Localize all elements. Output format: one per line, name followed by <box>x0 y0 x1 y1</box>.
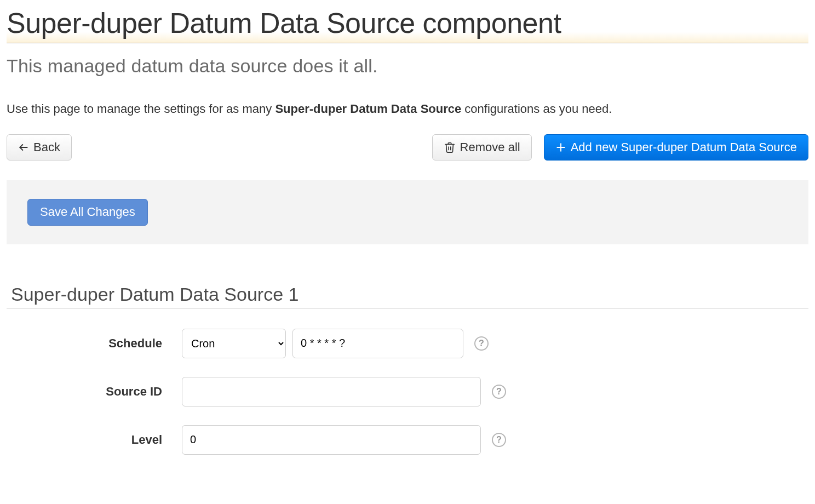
level-row: Level ? <box>7 425 808 455</box>
help-icon[interactable]: ? <box>492 433 506 447</box>
schedule-row: Schedule Cron ? <box>7 329 808 358</box>
save-all-button[interactable]: Save All Changes <box>27 199 148 225</box>
schedule-expression-input[interactable] <box>292 329 463 358</box>
schedule-label: Schedule <box>7 336 182 351</box>
section-title: Super-duper Datum Data Source 1 <box>7 284 808 309</box>
trash-icon <box>444 141 456 153</box>
save-bar: Save All Changes <box>7 180 808 244</box>
plus-icon <box>555 142 566 153</box>
help-icon[interactable]: ? <box>474 336 489 351</box>
instruction-text: Use this page to manage the settings for… <box>7 100 808 118</box>
instruction-suffix: configurations as you need. <box>461 102 612 116</box>
instruction-strong: Super-duper Datum Data Source <box>275 102 461 116</box>
source-id-input[interactable] <box>182 377 481 406</box>
add-new-button-label: Add new Super-duper Datum Data Source <box>571 140 797 154</box>
page-subtitle: This managed datum data source does it a… <box>7 55 808 77</box>
remove-all-button-label: Remove all <box>460 140 520 154</box>
level-label: Level <box>7 433 182 447</box>
arrow-left-icon <box>18 142 29 153</box>
back-button[interactable]: Back <box>7 134 72 161</box>
back-button-label: Back <box>33 140 60 154</box>
schedule-type-select[interactable]: Cron <box>182 329 286 358</box>
action-button-row: Back Remove all Add new Super-duper Datu… <box>7 134 808 161</box>
source-id-label: Source ID <box>7 385 182 399</box>
level-input[interactable] <box>182 425 481 455</box>
instruction-prefix: Use this page to manage the settings for… <box>7 102 275 116</box>
add-new-button[interactable]: Add new Super-duper Datum Data Source <box>544 134 808 161</box>
remove-all-button[interactable]: Remove all <box>432 134 532 161</box>
help-icon[interactable]: ? <box>492 385 506 399</box>
source-id-row: Source ID ? <box>7 377 808 406</box>
page-title: Super-duper Datum Data Source component <box>7 7 808 43</box>
